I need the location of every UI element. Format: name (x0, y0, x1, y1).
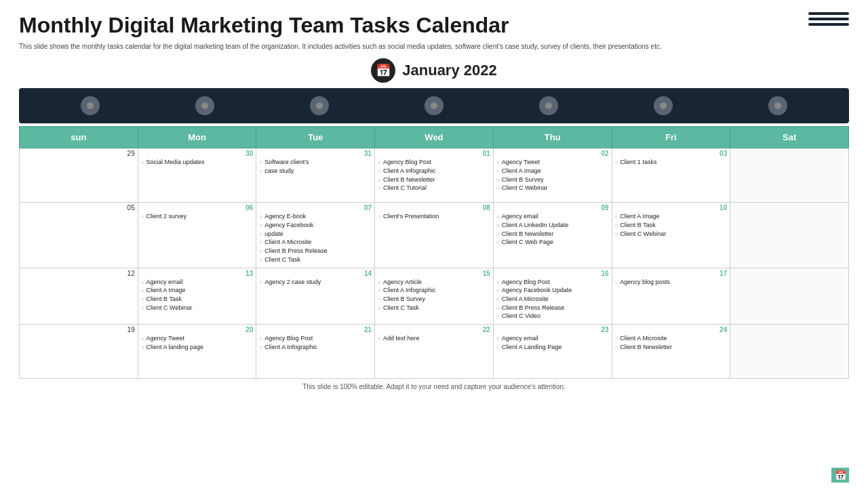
day-number: 17 (615, 270, 728, 277)
task-list: Agency emailClient A LinkedIn UpdateClie… (496, 213, 609, 247)
bottom-calendar-icon: 📅 (831, 468, 849, 483)
day-number: 13 (141, 270, 254, 277)
task-item: Client A Image (615, 213, 728, 221)
task-item: Agency Tweet (141, 335, 254, 343)
task-item: Client A Infographic (378, 167, 490, 176)
calendar-cell-0-5: 03Client 1 tasks (612, 148, 730, 203)
task-list: Agency blog posts (615, 279, 728, 287)
task-list: Client 1 tasks (615, 159, 728, 167)
calendar-cell-3-1: 20Agency TweetClient A landing page (138, 324, 256, 378)
task-list: Add text here (378, 335, 490, 343)
day-number: 16 (496, 270, 609, 277)
page-subtitle: This slide shows the monthly tasks calen… (19, 42, 849, 52)
task-item: Social Media updates (141, 159, 254, 167)
gear-item-6 (654, 96, 673, 115)
calendar-cell-1-4: 09Agency emailClient A LinkedIn UpdateCl… (493, 203, 612, 268)
day-number: 05 (22, 204, 135, 211)
calendar-cell-0-6 (730, 148, 849, 203)
gear-item-7 (768, 96, 787, 115)
day-number: 21 (259, 326, 372, 333)
day-number: 10 (615, 204, 728, 211)
task-list: Agency Blog PostClient A InfographicClie… (378, 159, 490, 192)
task-item: Client C Webinar (615, 230, 728, 239)
calendar-row-1: 0506Client 2 survey07Agency E-bookAgency… (20, 203, 849, 268)
calendar-cell-3-0: 19 (20, 324, 138, 378)
day-number: 06 (141, 204, 254, 211)
col-header-wed: Wed (375, 127, 494, 148)
task-list: Client A ImageClient B TaskClient C Webi… (615, 213, 728, 238)
task-list: Agency Blog PostAgency Facebook UpdateCl… (496, 279, 609, 321)
task-list: Agency emailClient A Landing Page (496, 335, 609, 351)
gear-item-4 (425, 96, 443, 115)
calendar-row-2: 1213Agency emailClient A ImageClient B T… (20, 268, 849, 324)
calendar-cell-1-2: 07Agency E-bookAgency FacebookupdateClie… (256, 203, 375, 268)
task-item: Add text here (378, 335, 490, 343)
task-item: Client A Infographic (378, 287, 490, 295)
task-item: Client C Task (259, 256, 372, 264)
calendar-cell-1-5: 10Client A ImageClient B TaskClient C We… (612, 203, 730, 268)
task-item: Software client's (259, 159, 372, 167)
calendar-cell-2-4: 16Agency Blog PostAgency Facebook Update… (493, 268, 612, 324)
task-item: Client A Microsite (615, 335, 728, 343)
gear-item-5 (539, 96, 558, 115)
gear-strip (19, 88, 849, 123)
task-item: Client C Web Page (496, 239, 609, 247)
task-list: Software client'scase study (259, 159, 372, 175)
calendar-cell-0-0: 29 (20, 148, 138, 203)
calendar-cell-0-2: 31Software client'scase study (256, 148, 375, 203)
calendar-cell-3-4: 23Agency emailClient A Landing Page (493, 324, 612, 378)
month-title: January 2022 (402, 62, 496, 79)
task-item: Client C Video (496, 312, 609, 321)
task-item: Agency Facebook Update (496, 287, 609, 295)
calendar-cell-2-3: 15Agency ArticleClient A InfographicClie… (375, 268, 494, 324)
task-item: Agency Article (378, 279, 490, 287)
calendar-cell-3-3: 22Add text here (375, 324, 494, 378)
task-list: Agency 2 case study (259, 279, 372, 287)
task-item: Client C Task (378, 304, 490, 312)
day-number: 03 (615, 150, 728, 157)
task-item: Client A Microsite (259, 239, 372, 247)
task-list: Social Media updates (141, 159, 254, 167)
calendar-row-3: 1920Agency TweetClient A landing page21A… (20, 324, 849, 378)
calendar-cell-0-4: 02Agency TweetClient A ImageClient B Sur… (493, 148, 612, 203)
task-item: Client B Survey (496, 176, 609, 184)
calendar-icon: 📅 (371, 58, 395, 83)
task-item: case study (259, 167, 372, 176)
calendar-cell-0-1: 30Social Media updates (138, 148, 256, 203)
task-item: Client A Microsite (496, 296, 609, 304)
task-item: Client C Webinar (496, 184, 609, 192)
day-number: 23 (496, 326, 609, 333)
calendar-cell-2-2: 14Agency 2 case study (256, 268, 375, 324)
calendar-row-0: 2930Social Media updates31Software clien… (20, 148, 849, 203)
task-item: Agency email (496, 335, 609, 343)
gear-item-3 (310, 96, 329, 115)
calendar-cell-1-1: 06Client 2 survey (138, 203, 256, 268)
gear-item-1 (81, 96, 100, 115)
day-number: 14 (259, 270, 372, 277)
task-item: Client C Tutorial (378, 184, 490, 192)
calendar-table: sunMonTueWedThuFriSat 2930Social Media u… (19, 126, 849, 379)
page-title: Monthly Digital Marketing Team Tasks Cal… (19, 12, 849, 38)
task-item: Client A Image (496, 167, 609, 176)
day-number: 22 (378, 326, 490, 333)
task-list: Client A MicrositeClient B Newsletter (615, 335, 728, 351)
calendar-cell-3-6 (730, 324, 849, 378)
task-item: Client C Webinar (141, 304, 254, 312)
task-item: Agency Tweet (496, 159, 609, 167)
task-list: Agency TweetClient A ImageClient B Surve… (496, 159, 609, 192)
task-list: Agency E-bookAgency FacebookupdateClient… (259, 213, 372, 264)
task-item: Client B Survey (378, 296, 490, 304)
day-number: 19 (22, 326, 135, 333)
day-number: 31 (259, 150, 372, 157)
calendar-cell-1-6 (730, 203, 849, 268)
calendar-cell-2-5: 17Agency blog posts (612, 268, 730, 324)
day-number: 20 (141, 326, 254, 333)
task-item: Agency 2 case study (259, 279, 372, 287)
task-item: Client 1 tasks (615, 159, 728, 167)
calendar-cell-1-3: 08Client's Presentation (375, 203, 494, 268)
day-number: 01 (378, 150, 490, 157)
calendar-cell-3-2: 21Agency Blog PostClient A Infographic (256, 324, 375, 378)
day-number: 30 (141, 150, 254, 157)
slide: Monthly Digital Marketing Team Tasks Cal… (0, 0, 868, 488)
col-header-mon: Mon (138, 127, 256, 148)
